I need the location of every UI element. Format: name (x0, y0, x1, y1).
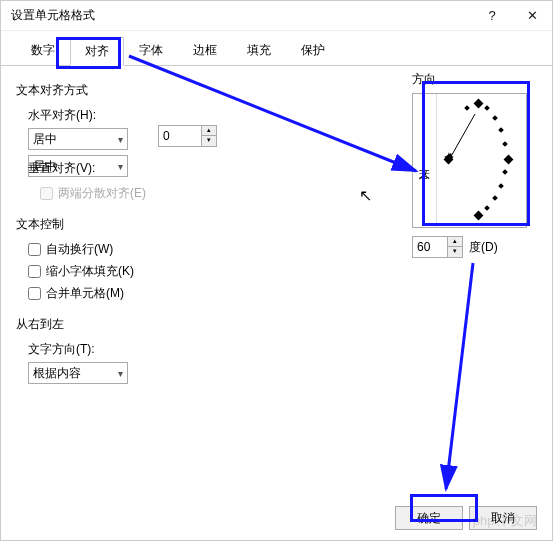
horizontal-combo[interactable]: 居中 ▾ (28, 128, 128, 150)
spin-down-icon[interactable]: ▾ (448, 247, 462, 257)
dialog-title: 设置单元格格式 (11, 7, 472, 24)
tab-font[interactable]: 字体 (124, 36, 178, 65)
distribute-checkbox (40, 187, 53, 200)
tab-fill[interactable]: 填充 (232, 36, 286, 65)
indent-input[interactable] (158, 125, 202, 147)
shrink-fit-label: 缩小字体填充(K) (46, 263, 134, 280)
wrap-text-label: 自动换行(W) (46, 241, 113, 258)
tab-alignment[interactable]: 对齐 (70, 37, 124, 66)
chevron-down-icon: ▾ (118, 368, 123, 379)
help-button[interactable]: ? (472, 2, 512, 30)
tab-protect[interactable]: 保护 (286, 36, 340, 65)
degrees-input[interactable] (412, 236, 448, 258)
merge-cells-checkbox[interactable] (28, 287, 41, 300)
text-direction-value: 根据内容 (33, 365, 81, 382)
spin-down-icon[interactable]: ▾ (202, 136, 216, 146)
vertical-value: 居中 (33, 158, 57, 175)
shrink-fit-checkbox[interactable] (28, 265, 41, 278)
spin-up-icon[interactable]: ▴ (448, 237, 462, 247)
horizontal-value: 居中 (33, 131, 57, 148)
close-button[interactable]: ✕ (512, 2, 552, 30)
spin-up-icon[interactable]: ▴ (202, 126, 216, 136)
cancel-button[interactable]: 取消 (469, 506, 537, 530)
orientation-vertical-text[interactable]: 文本 (413, 94, 437, 227)
ok-button[interactable]: 确定 (395, 506, 463, 530)
tab-number[interactable]: 数字 (16, 36, 70, 65)
orientation-label: 方向 (412, 71, 527, 88)
text-direction-combo[interactable]: 根据内容 ▾ (28, 362, 128, 384)
degrees-spinner[interactable]: ▴ ▾ (412, 236, 463, 258)
rtl-section: 从右到左 (16, 316, 537, 333)
chevron-down-icon: ▾ (118, 134, 123, 145)
degrees-label: 度(D) (469, 239, 498, 256)
text-direction-label: 文字方向(T): (28, 341, 537, 358)
indent-spinner[interactable]: ▴ ▾ (158, 125, 217, 147)
tab-border[interactable]: 边框 (178, 36, 232, 65)
merge-cells-label: 合并单元格(M) (46, 285, 124, 302)
orientation-arc[interactable]: ✦ (437, 94, 526, 227)
distribute-label: 两端分散对齐(E) (58, 185, 146, 202)
chevron-down-icon: ▾ (118, 161, 123, 172)
wrap-text-checkbox[interactable] (28, 243, 41, 256)
orientation-box[interactable]: 文本 (412, 93, 527, 228)
